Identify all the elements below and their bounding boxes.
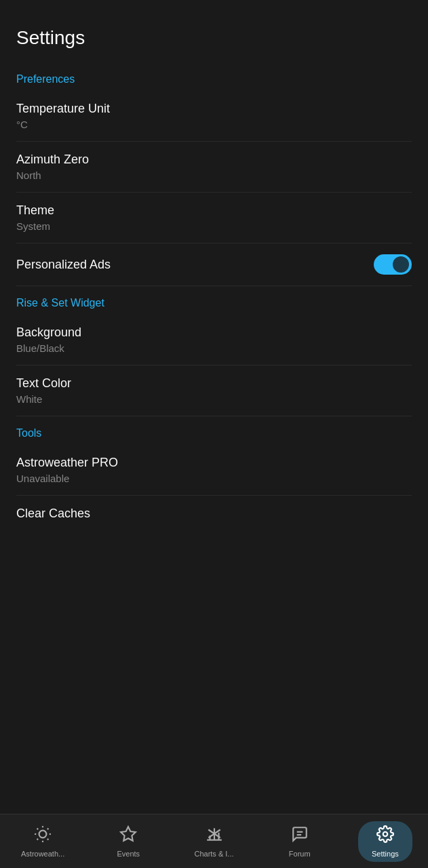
personalized-ads-label: Personalized Ads <box>16 258 111 272</box>
svg-marker-9 <box>121 827 136 841</box>
azimuth-zero-label: Azimuth Zero <box>16 153 412 167</box>
setting-personalized-ads[interactable]: Personalized Ads <box>0 243 428 285</box>
setting-azimuth-zero[interactable]: Azimuth Zero North <box>0 142 428 192</box>
nav-label-settings: Settings <box>372 850 399 858</box>
theme-value: System <box>16 220 412 232</box>
settings-icon <box>376 825 394 847</box>
nav-item-settings[interactable]: Settings <box>343 814 428 868</box>
temperature-unit-value: °C <box>16 119 412 130</box>
setting-text-color[interactable]: Text Color White <box>0 366 428 416</box>
chart-icon <box>206 825 223 847</box>
section-tools: Tools Astroweather PRO Unavailable Clear… <box>0 416 428 524</box>
section-rise-set-widget: Rise & Set Widget Background Blue/Black … <box>0 286 428 416</box>
svg-point-0 <box>39 830 47 837</box>
section-preferences: Preferences Temperature Unit °C Azimuth … <box>0 62 428 286</box>
toggle-thumb <box>393 256 409 273</box>
nav-item-forum[interactable]: Forum <box>257 814 343 868</box>
preferences-section-header: Preferences <box>0 62 428 91</box>
nav-label-forum: Forum <box>289 850 311 858</box>
nav-item-active-bg: Settings <box>358 821 412 862</box>
svg-line-4 <box>47 838 49 840</box>
nav-label-astroweather: Astroweath... <box>21 850 64 858</box>
clear-caches-label: Clear Caches <box>16 507 90 520</box>
forum-icon <box>291 825 309 847</box>
azimuth-zero-value: North <box>16 170 412 181</box>
text-color-label: Text Color <box>16 376 412 391</box>
svg-line-3 <box>37 828 39 829</box>
bottom-navigation: Astroweath... Events Charts & I... <box>0 814 428 868</box>
nav-label-events: Events <box>117 850 140 858</box>
nav-label-charts: Charts & I... <box>194 850 233 858</box>
text-color-value: White <box>16 393 412 405</box>
nav-item-events[interactable]: Events <box>85 814 171 868</box>
setting-astroweather-pro[interactable]: Astroweather PRO Unavailable <box>0 445 428 495</box>
svg-line-8 <box>47 828 49 829</box>
nav-item-charts[interactable]: Charts & I... <box>171 814 256 868</box>
background-label: Background <box>16 326 412 340</box>
sun-icon <box>34 825 52 847</box>
setting-background[interactable]: Background Blue/Black <box>0 315 428 365</box>
nav-item-astroweather[interactable]: Astroweath... <box>0 814 85 868</box>
setting-temperature-unit[interactable]: Temperature Unit °C <box>0 91 428 141</box>
page-title: Settings <box>0 0 428 62</box>
toggle-track <box>374 254 412 275</box>
personalized-ads-toggle[interactable] <box>374 254 412 275</box>
background-value: Blue/Black <box>16 342 412 354</box>
astroweather-pro-value: Unavailable <box>16 473 412 484</box>
temperature-unit-label: Temperature Unit <box>16 102 412 116</box>
setting-theme[interactable]: Theme System <box>0 193 428 243</box>
svg-line-7 <box>37 838 39 840</box>
svg-point-18 <box>383 831 388 836</box>
astroweather-pro-label: Astroweather PRO <box>16 456 412 470</box>
setting-clear-caches[interactable]: Clear Caches <box>0 496 428 524</box>
theme-label: Theme <box>16 203 412 218</box>
tools-section-header: Tools <box>0 416 428 445</box>
star-icon <box>119 825 137 847</box>
rise-set-widget-section-header: Rise & Set Widget <box>0 286 428 315</box>
